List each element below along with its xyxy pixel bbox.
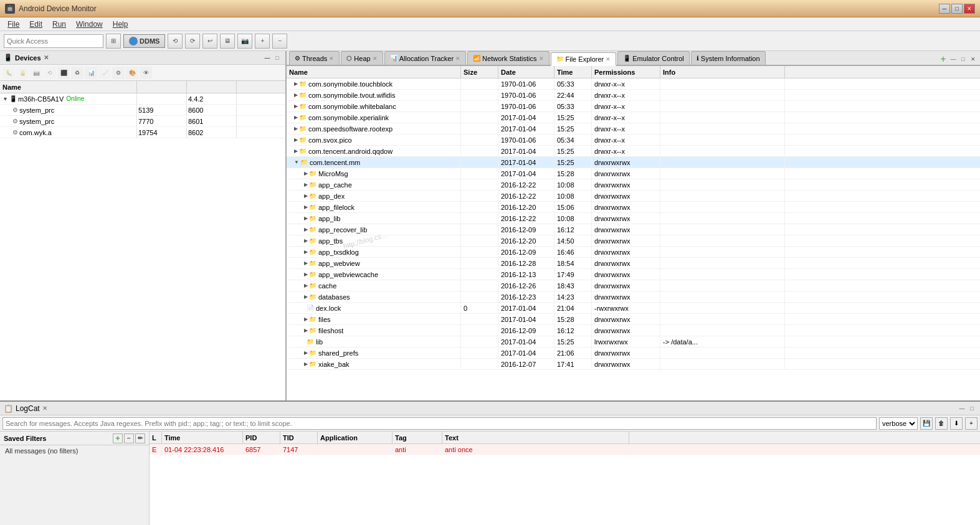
toolbar-btn-6[interactable]: + [255, 34, 270, 49]
verbose-select[interactable]: verbose debug info warn error [879, 417, 918, 430]
screenshot-btn[interactable]: 📷 [30, 67, 42, 79]
view-btn[interactable]: 👁 [140, 67, 152, 79]
expand-icon[interactable]: ▶ [294, 103, 298, 109]
file-row[interactable]: ▶📁cache2016-12-2618:43drwxrwxrwx [287, 280, 980, 291]
table-row[interactable]: ⚙ com.wyk.a 19754 8602 [0, 127, 285, 138]
file-row[interactable]: ▶📁MicroMsg2017-01-0415:28drwxrwxrwx [287, 168, 980, 179]
render-btn[interactable]: 🎨 [126, 67, 138, 79]
file-row[interactable]: ▶📁app_webview2016-12-2818:54drwxrwxrwx [287, 258, 980, 269]
tab-allocation[interactable]: 📊 Allocation Tracker ✕ [384, 51, 466, 65]
toolbar-btn-5[interactable]: 📷 [237, 34, 252, 49]
table-row[interactable]: ▼ 📱 m36h-CB5A1V Online 4.4.2 [0, 93, 285, 105]
toolbar-btn-3[interactable]: ↩ [202, 34, 217, 49]
file-row[interactable]: ▶📁app_txsdklog2016-12-0916:46drwxrwxrwx [287, 247, 980, 258]
tab-threads[interactable]: ⚙ Threads ✕ [289, 51, 340, 65]
tab-heap-close[interactable]: ✕ [373, 55, 378, 62]
file-row[interactable]: ▶📁com.sonymobile.touchblock1970-01-0605:… [287, 78, 980, 90]
file-row[interactable]: ▶📁shared_prefs2017-01-0421:06drwxrwxrwx [287, 348, 980, 359]
tab-emulator[interactable]: 📱 Emulator Control [617, 51, 690, 65]
alloc-btn[interactable]: 📈 [98, 67, 111, 79]
stop-btn[interactable]: ⬛ [57, 67, 70, 79]
panel-minimize-btn[interactable]: — [263, 54, 272, 62]
right-panel-add-btn[interactable]: + [939, 55, 948, 64]
logcat-clear-btn[interactable]: 🗑 [935, 417, 948, 430]
expand-icon[interactable]: ▶ [304, 204, 308, 210]
logcat-add-btn[interactable]: + [965, 417, 978, 430]
add-filter-btn[interactable]: + [113, 433, 123, 443]
file-row[interactable]: ▶📁com.sonymobile.tvout.wifidis1970-01-06… [287, 90, 980, 101]
menu-help[interactable]: Help [108, 19, 133, 30]
file-row[interactable]: ▶📁fileshost2016-12-0916:12drwxrwxrwx [287, 325, 980, 336]
expand-icon[interactable]: ▶ [304, 272, 308, 277]
file-row[interactable]: ▶📁com.tencent.android.qqdow2017-01-0415:… [287, 146, 980, 157]
logcat-save-btn[interactable]: 💾 [920, 417, 933, 430]
tab-heap[interactable]: ⬡ Heap ✕ [341, 51, 383, 65]
file-row[interactable]: ▶📁app_tbs2016-12-2014:50drwxrwxrwx [287, 235, 980, 247]
expand-icon[interactable]: ▶ [304, 238, 308, 244]
expand-icon[interactable]: ▶ [294, 126, 298, 131]
ddms-button[interactable]: DDMS [123, 34, 165, 48]
table-row[interactable]: ⚙ system_prc 5139 8600 [0, 105, 285, 116]
file-row[interactable]: ▶📁com.sonymobile.whitebalanc1970-01-0605… [287, 101, 980, 112]
gc-btn[interactable]: ♻ [71, 67, 83, 79]
tab-file-close[interactable]: ✕ [606, 56, 611, 62]
edit-filter-btn[interactable]: ✏ [135, 433, 145, 443]
expand-icon[interactable]: ▶ [304, 182, 308, 187]
expand-icon[interactable]: ▶ [304, 171, 308, 176]
toolbar-btn-2[interactable]: ⟳ [185, 34, 200, 49]
expand-icon[interactable]: ▶ [304, 361, 308, 367]
menu-window[interactable]: Window [71, 19, 108, 30]
tab-file-explorer[interactable]: 📁 File Explorer ✕ [551, 52, 617, 66]
expand-icon[interactable]: ▶ [294, 115, 298, 120]
file-row[interactable]: ▶📁app_webviewcache2016-12-1317:49drwxrwx… [287, 269, 980, 280]
panel-maximize-btn[interactable]: □ [273, 54, 282, 62]
file-row[interactable]: ▶📁com.sonymobile.xperialink2017-01-0415:… [287, 112, 980, 123]
minimize-button[interactable]: ─ [939, 4, 950, 14]
expand-icon[interactable]: ▶ [294, 81, 298, 87]
right-panel-min-btn[interactable]: — [949, 55, 958, 64]
reset-btn[interactable]: ⟲ [44, 67, 56, 79]
file-row[interactable]: ▶📁app_dex2016-12-2210:08drwxrwxrwx [287, 191, 980, 202]
method-btn[interactable]: ⚙ [112, 67, 125, 79]
expand-icon[interactable]: ▶ [304, 215, 308, 221]
tab-network[interactable]: 📶 Network Statistics ✕ [467, 51, 549, 65]
file-row[interactable]: ▶📁com.svox.pico1970-01-0605:34drwxr-x--x [287, 135, 980, 146]
expand-icon[interactable]: ▶ [304, 294, 308, 300]
expand-icon[interactable]: ▶ [304, 249, 308, 255]
toolbar-view-btn[interactable]: ⊞ [106, 34, 121, 49]
toolbar-btn-7[interactable]: − [272, 34, 287, 49]
expand-icon[interactable]: ▼ [294, 159, 299, 165]
table-row[interactable]: ⚙ system_prc 7770 8601 [0, 116, 285, 127]
hprof-btn[interactable]: 📊 [85, 67, 97, 79]
toolbar-btn-4[interactable]: 🖥 [220, 34, 235, 49]
expand-icon[interactable]: ▶ [304, 260, 308, 266]
tab-network-close[interactable]: ✕ [539, 55, 544, 62]
expand-icon[interactable]: ▶ [304, 328, 308, 333]
file-row[interactable]: ▶📁files2017-01-0415:28drwxrwxrwx [287, 314, 980, 325]
expand-icon[interactable]: ▶ [294, 137, 298, 143]
menu-run[interactable]: Run [47, 19, 71, 30]
filter-all-messages[interactable]: All messages (no filters) [0, 445, 149, 456]
restore-button[interactable]: □ [951, 4, 963, 14]
expand-icon[interactable]: ▶ [304, 193, 308, 199]
file-row[interactable]: ▶📁app_cache2016-12-2210:08drwxrwxrwx [287, 179, 980, 191]
close-button[interactable]: ✕ [964, 4, 975, 14]
file-row[interactable]: 📁lib2017-01-0415:25lrwxrwxrwx-> /data/a.… [287, 336, 980, 348]
menu-file[interactable]: File [2, 19, 24, 30]
file-row[interactable]: ▼📁com.tencent.mm2017-01-0415:25drwxrwxrw… [287, 157, 980, 168]
logcat-scroll-btn[interactable]: ⬇ [950, 417, 963, 430]
expand-icon[interactable]: ▶ [304, 227, 308, 232]
menu-edit[interactable]: Edit [24, 19, 47, 30]
right-panel-close-btn[interactable]: ✕ [969, 55, 978, 64]
tab-alloc-close[interactable]: ✕ [455, 55, 460, 62]
logcat-max-btn[interactable]: □ [968, 404, 976, 413]
toolbar-btn-1[interactable]: ⟲ [168, 34, 183, 49]
expand-icon[interactable]: ▼ [2, 96, 8, 102]
file-row[interactable]: ▶📁app_recover_lib2016-12-0916:12drwxrwxr… [287, 224, 980, 235]
tab-threads-close[interactable]: ✕ [329, 55, 334, 62]
file-row[interactable]: ▶📁app_lib2016-12-2210:08drwxrwxrwx [287, 213, 980, 224]
right-panel-max-btn[interactable]: □ [959, 55, 968, 64]
file-row[interactable]: ▶📁app_filelock2016-12-2015:06drwxrwxrwx [287, 202, 980, 213]
file-row[interactable]: 📄dex.lock02017-01-0421:04-rwxrwxrwx [287, 303, 980, 314]
expand-icon[interactable]: ▶ [294, 92, 298, 98]
